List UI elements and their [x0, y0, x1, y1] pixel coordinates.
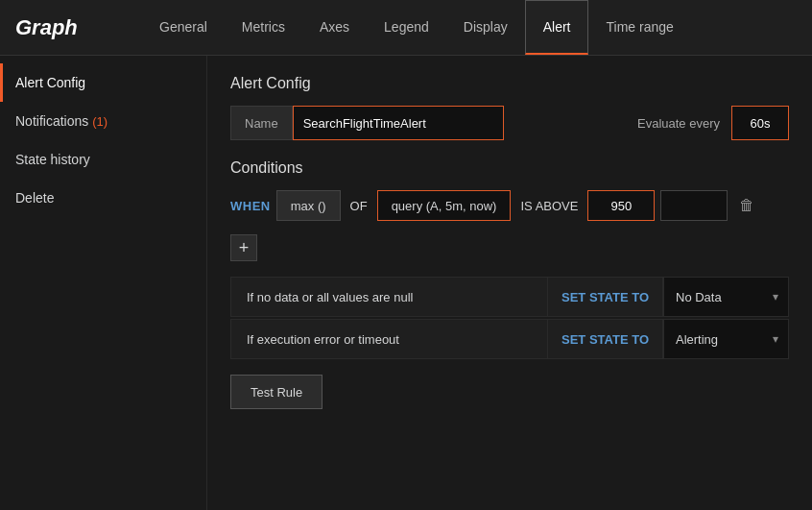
sidebar-item-alert-config-label: Alert Config [15, 75, 85, 90]
threshold-extra-input[interactable] [660, 190, 728, 221]
alerting-select-wrapper: Alerting No Data Keep State OK [663, 320, 788, 358]
main-layout: Alert Config Notifications (1) State his… [0, 56, 812, 510]
test-rule-button[interactable]: Test Rule [230, 375, 322, 409]
when-label: WHEN [230, 199, 271, 213]
is-above-label: IS ABOVE [516, 199, 582, 213]
sidebar: Alert Config Notifications (1) State his… [0, 56, 207, 510]
sidebar-item-notifications-label: Notifications [15, 113, 88, 129]
sidebar-item-notifications[interactable]: Notifications (1) [0, 102, 206, 140]
exec-error-condition-text: If execution error or timeout [231, 320, 548, 358]
tab-time-range[interactable]: Time range [588, 0, 690, 55]
exec-error-state-row: If execution error or timeout SET STATE … [230, 319, 789, 359]
notifications-badge: (1) [92, 114, 107, 129]
tab-bar: General Metrics Axes Legend Display Aler… [142, 0, 691, 55]
max-button[interactable]: max () [276, 190, 341, 221]
no-data-select-wrapper: No Data Alerting Keep State OK [663, 278, 788, 316]
tab-axes[interactable]: Axes [302, 0, 367, 55]
alerting-select[interactable]: Alerting No Data Keep State OK [663, 320, 788, 358]
set-state-to-label-1: SET STATE TO [548, 278, 663, 316]
sidebar-item-state-history-label: State history [15, 152, 90, 167]
query-button[interactable]: query (A, 5m, now) [377, 190, 512, 221]
tab-alert[interactable]: Alert [525, 0, 589, 55]
app-title: Graph [15, 15, 111, 40]
delete-condition-button[interactable]: 🗑 [733, 193, 760, 218]
tab-metrics[interactable]: Metrics [225, 0, 302, 55]
no-data-select[interactable]: No Data Alerting Keep State OK [663, 278, 788, 316]
sidebar-item-delete-label: Delete [15, 190, 54, 206]
sidebar-item-state-history[interactable]: State history [0, 140, 206, 179]
no-data-state-row: If no data or all values are null SET ST… [230, 277, 789, 317]
of-label: OF [346, 199, 371, 213]
add-condition-button[interactable]: + [230, 234, 257, 261]
tab-legend[interactable]: Legend [367, 0, 446, 55]
evaluate-label: Evaluate every [626, 116, 731, 131]
tab-display[interactable]: Display [446, 0, 525, 55]
name-row: Name Evaluate every [230, 106, 789, 140]
evaluate-input[interactable] [731, 106, 789, 140]
content-area: Alert Config Name Evaluate every Conditi… [207, 56, 812, 510]
set-state-to-label-2: SET STATE TO [548, 320, 663, 358]
sidebar-item-alert-config[interactable]: Alert Config [0, 63, 206, 102]
name-input[interactable] [293, 106, 504, 140]
alert-config-section-title: Alert Config [230, 75, 789, 92]
sidebar-item-delete[interactable]: Delete [0, 179, 206, 217]
app-header: Graph General Metrics Axes Legend Displa… [0, 0, 812, 56]
conditions-section-title: Conditions [230, 159, 789, 177]
no-data-condition-text: If no data or all values are null [231, 278, 548, 316]
threshold-input[interactable] [587, 190, 655, 221]
trash-icon: 🗑 [739, 197, 754, 214]
tab-general[interactable]: General [142, 0, 225, 55]
name-label: Name [230, 106, 293, 140]
conditions-row: WHEN max () OF query (A, 5m, now) IS ABO… [230, 190, 789, 221]
